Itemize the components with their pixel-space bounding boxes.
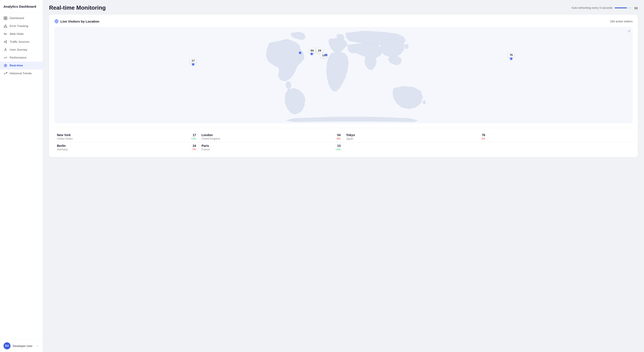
loc-tokyo: Tokyo 76 Japan -1% <box>344 132 488 142</box>
nav-label: Historical Trends <box>10 72 32 75</box>
loc-new-york: New York 17 United States +1% <box>54 132 199 142</box>
loc-city-name: Tokyo 76 <box>346 133 485 137</box>
nav-label: Error Tracking <box>10 24 28 28</box>
sidebar-footer: DU Developer User → <box>0 339 43 352</box>
loc-country-row: Japan -1% <box>346 137 485 140</box>
svg-rect-0 <box>4 17 5 18</box>
pause-button[interactable]: ▮▮ <box>634 6 638 10</box>
loc-city-name: New York 17 <box>57 133 196 137</box>
main-content: Real-time Monitoring Auto-refreshing eve… <box>43 0 644 352</box>
globe-icon <box>54 19 59 24</box>
loc-london: London 54 United Kingdom -9% <box>199 132 344 142</box>
loc-berlin: Berlin 24 Germany -7% <box>54 142 199 153</box>
loc-country-row: France +4% <box>202 148 340 151</box>
activity-icon <box>4 32 8 36</box>
sidebar-item-error-tracking[interactable]: Error Tracking <box>0 22 43 30</box>
svg-point-13 <box>5 65 6 66</box>
real-time-icon <box>4 64 8 68</box>
loc-city-name: Paris 13 <box>202 144 340 148</box>
logout-button[interactable]: → <box>36 344 39 348</box>
marker-europe: 54 24 <box>309 48 323 53</box>
trending-icon <box>4 72 8 75</box>
marker-dot-new-york <box>192 63 194 66</box>
marker-new-york: 17 <box>190 58 196 66</box>
sidebar-item-historical-trends[interactable]: Historical Trends <box>0 70 43 77</box>
nav-label: Dashboard <box>10 17 24 20</box>
marker-dot-europe-2 <box>325 54 327 56</box>
svg-line-9 <box>5 41 6 42</box>
loc-paris: Paris 13 France +4% <box>199 142 344 153</box>
marker-dot-london <box>299 52 301 54</box>
nav-label: User Journey <box>10 48 27 51</box>
share-icon <box>4 40 8 44</box>
card-header: Live Visitors by Location 184 active vis… <box>54 19 632 24</box>
content-area: Live Visitors by Location 184 active vis… <box>43 15 644 352</box>
card-header-left: Live Visitors by Location <box>54 19 99 24</box>
nav-label: Real-time <box>10 64 23 67</box>
section-title: Live Visitors by Location <box>60 20 99 23</box>
svg-line-10 <box>5 42 6 43</box>
map-svg <box>54 27 632 123</box>
sidebar-item-real-time[interactable]: Real-time <box>0 62 43 70</box>
loc-empty-2 <box>344 142 488 153</box>
loc-country-row: United Kingdom -9% <box>202 137 340 140</box>
performance-icon <box>4 56 8 60</box>
svg-rect-3 <box>6 19 7 20</box>
loc-city-name: London 54 <box>202 133 340 137</box>
svg-point-11 <box>5 49 6 50</box>
loc-empty-3 <box>488 142 632 153</box>
sidebar-item-dashboard[interactable]: Dashboard <box>0 14 43 22</box>
sidebar-item-web-vitals[interactable]: Web Vitals <box>0 30 43 38</box>
map-refresh-button[interactable]: ↺ <box>628 29 630 33</box>
live-visitors-card: Live Visitors by Location 184 active vis… <box>49 15 638 157</box>
avatar: DU <box>4 342 10 349</box>
sidebar: Analytics Dashboard Dashboard Error Trac… <box>0 0 43 352</box>
page-header: Real-time Monitoring Auto-refreshing eve… <box>43 0 644 15</box>
sidebar-item-traffic-sources[interactable]: Traffic Sources <box>0 38 43 46</box>
nav-label: Web Vitals <box>10 32 24 36</box>
alert-triangle-icon <box>4 24 8 28</box>
marker-dot-tokyo <box>510 58 512 60</box>
active-visitors-badge: 184 active visitors <box>610 20 632 23</box>
loc-country-row: United States +1% <box>57 137 196 140</box>
svg-rect-2 <box>4 19 5 20</box>
nav-label: Performance <box>10 56 26 59</box>
sidebar-nav: Dashboard Error Tracking Web Vitals Traf… <box>0 13 43 340</box>
sidebar-item-performance[interactable]: Performance <box>0 54 43 62</box>
marker-dot-europe-1 <box>310 53 313 55</box>
auto-refresh-label: Auto-refreshing every 5 seconds <box>572 6 612 10</box>
marker-bubble-london-num: 24 <box>316 48 323 53</box>
loc-empty-1 <box>488 132 632 142</box>
marker-tokyo: 76 <box>508 53 514 60</box>
auto-refresh-indicator: Auto-refreshing every 5 seconds ▮▮ <box>572 6 638 10</box>
marker-london <box>299 52 301 54</box>
refresh-progress-bar <box>615 8 632 8</box>
marker-bubble-tokyo: 76 <box>508 53 514 57</box>
svg-point-7 <box>4 42 5 42</box>
nav-label: Traffic Sources <box>10 40 29 43</box>
marker-bubble-new-york: 17 <box>190 58 196 63</box>
sidebar-item-user-journey[interactable]: User Journey <box>0 46 43 54</box>
svg-point-5 <box>5 27 6 27</box>
loc-city-name: Berlin 24 <box>57 144 196 148</box>
loc-country-row: Germany -7% <box>57 148 196 151</box>
location-table: New York 17 United States +1% London 54 … <box>54 128 632 153</box>
svg-rect-1 <box>6 17 7 18</box>
grid-icon <box>4 16 8 20</box>
svg-point-8 <box>6 42 7 43</box>
marker-bubble-berlin: 54 <box>309 48 316 53</box>
world-map: 17 54 24 13 <box>54 27 632 123</box>
sidebar-title: Analytics Dashboard <box>0 0 43 13</box>
refresh-progress-fill <box>615 8 627 8</box>
username-label: Developer User <box>13 344 34 347</box>
svg-point-6 <box>6 41 7 42</box>
user-journey-icon <box>4 48 8 52</box>
page-title: Real-time Monitoring <box>49 5 106 11</box>
